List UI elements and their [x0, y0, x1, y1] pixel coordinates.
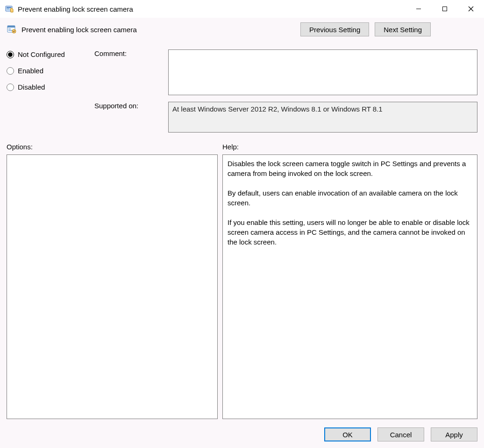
upper-form: Not Configured Enabled Disabled Comment:… [7, 49, 477, 133]
panes: Disables the lock screen camera toggle s… [7, 154, 477, 419]
nav-buttons: Previous Setting Next Setting [300, 22, 431, 36]
policy-icon [7, 24, 17, 35]
radio-not-configured[interactable]: Not Configured [7, 50, 91, 58]
svg-rect-10 [8, 30, 12, 31]
svg-rect-1 [7, 7, 11, 8]
radio-enabled-label: Enabled [18, 67, 43, 75]
help-label: Help: [222, 143, 477, 151]
client-area: Prevent enabling lock screen camera Prev… [0, 18, 484, 448]
state-radio-group: Not Configured Enabled Disabled [7, 49, 91, 133]
maximize-button[interactable] [432, 0, 458, 18]
radio-not-configured-input[interactable] [7, 51, 14, 58]
previous-setting-button[interactable]: Previous Setting [300, 22, 369, 36]
radio-disabled-label: Disabled [18, 83, 45, 91]
options-pane[interactable] [7, 154, 218, 419]
comment-textarea[interactable] [168, 49, 477, 95]
title-bar: Prevent enabling lock screen camera [0, 0, 484, 18]
comment-label: Comment: [94, 49, 164, 95]
svg-rect-2 [7, 8, 9, 9]
radio-disabled[interactable]: Disabled [7, 83, 91, 91]
options-label: Options: [7, 143, 218, 151]
help-pane[interactable]: Disables the lock screen camera toggle s… [222, 154, 477, 419]
close-button[interactable] [458, 0, 484, 18]
next-setting-button[interactable]: Next Setting [375, 22, 431, 36]
policy-title: Prevent enabling lock screen camera [21, 26, 296, 34]
radio-enabled-input[interactable] [7, 67, 14, 75]
window-title: Prevent enabling lock screen camera [18, 5, 133, 13]
svg-rect-9 [8, 28, 11, 29]
ok-button[interactable]: OK [324, 427, 371, 441]
cancel-button[interactable]: Cancel [377, 427, 424, 441]
minimize-button[interactable] [406, 0, 432, 18]
supported-on-label: Supported on: [94, 98, 164, 133]
radio-enabled[interactable]: Enabled [7, 67, 91, 75]
panes-labels-row: Options: Help: [7, 143, 477, 151]
dialog-window: Prevent enabling lock screen camera [0, 0, 484, 448]
footer-buttons: OK Cancel Apply [7, 419, 477, 441]
svg-rect-4 [443, 7, 447, 11]
radio-not-configured-label: Not Configured [18, 50, 65, 58]
apply-button[interactable]: Apply [431, 427, 477, 441]
svg-rect-8 [7, 26, 15, 28]
header-row: Prevent enabling lock screen camera Prev… [7, 22, 477, 36]
policy-app-icon [5, 4, 14, 14]
radio-disabled-input[interactable] [7, 84, 14, 91]
supported-on-box: At least Windows Server 2012 R2, Windows… [168, 102, 477, 133]
